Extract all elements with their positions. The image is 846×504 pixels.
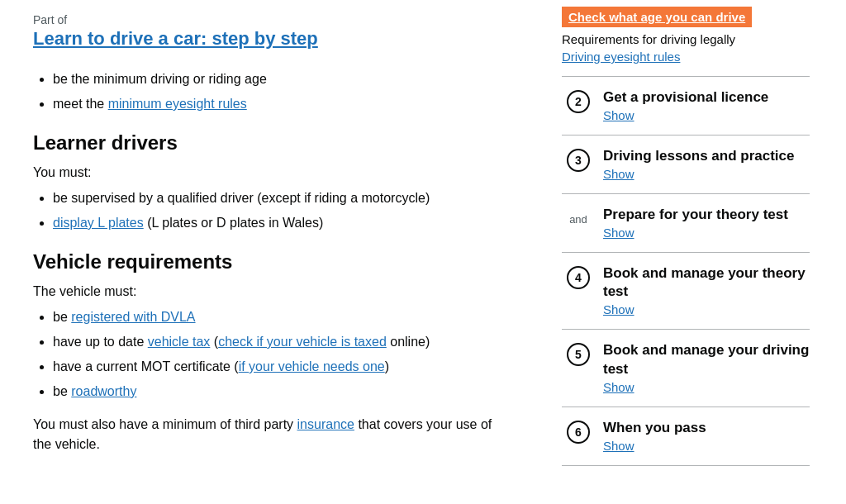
- list-item: be roadworthy: [53, 382, 512, 402]
- vehicle-tax-link[interactable]: vehicle tax: [148, 335, 211, 349]
- step-number-col-2: 2: [562, 88, 595, 113]
- step-item-5: 5 Book and manage your driving test Show: [562, 330, 810, 407]
- intro-bullet-list: be the minimum driving or riding age mee…: [33, 69, 512, 114]
- list-item: be supervised by a qualified driver (exc…: [53, 188, 512, 208]
- check-age-link[interactable]: Check what age you can drive: [562, 7, 752, 27]
- step-circle-4: 4: [567, 266, 590, 289]
- vehicle-requirements-heading: Vehicle requirements: [33, 250, 512, 274]
- list-item: be registered with DVLA: [53, 307, 512, 327]
- step-show-5[interactable]: Show: [603, 380, 634, 394]
- step-content-6: When you pass Show: [595, 419, 810, 454]
- step-item-4: 4 Book and manage your theory test Show: [562, 253, 810, 330]
- roadworthy-link[interactable]: roadworthy: [71, 384, 136, 398]
- step-title-and: Prepare for your theory test: [603, 206, 810, 224]
- step-title-2: Get a provisional licence: [603, 88, 810, 107]
- list-item: meet the minimum eyesight rules: [53, 94, 512, 114]
- driving-eyesight-link[interactable]: Driving eyesight rules: [562, 50, 680, 64]
- step-circle-2: 2: [567, 90, 590, 113]
- main-content: Part of Learn to drive a car: step by st…: [0, 0, 545, 504]
- part-of-label: Part of: [33, 13, 512, 26]
- step-content-and: Prepare for your theory test Show: [595, 206, 810, 240]
- step-circle-and: and: [569, 207, 587, 231]
- vehicle-req-intro: The vehicle must:: [33, 284, 512, 299]
- step-item-3: 3 Driving lessons and practice Show: [562, 136, 810, 194]
- bottom-note: You must also have a minimum of third pa…: [33, 415, 512, 454]
- step-number-col-6: 6: [562, 419, 595, 444]
- step-number-col-3: 3: [562, 147, 595, 172]
- step-content-3: Driving lessons and practice Show: [595, 147, 810, 182]
- step-show-6[interactable]: Show: [603, 439, 634, 453]
- list-item: be the minimum driving or riding age: [53, 69, 512, 89]
- step-content-2: Get a provisional licence Show: [595, 88, 810, 123]
- learner-drivers-heading: Learner drivers: [33, 131, 512, 155]
- step-item-6: 6 When you pass Show: [562, 407, 810, 466]
- step-content-5: Book and manage your driving test Show: [595, 341, 810, 394]
- you-must-text: You must:: [33, 165, 512, 180]
- list-item: display L plates (L plates or D plates i…: [53, 213, 512, 233]
- step-title-3: Driving lessons and practice: [603, 147, 810, 165]
- step-title-4: Book and manage your theory test: [603, 264, 810, 301]
- learner-bullet-list: be supervised by a qualified driver (exc…: [33, 188, 512, 233]
- check-vehicle-taxed-link[interactable]: check if your vehicle is taxed: [218, 335, 387, 349]
- step-number-col-5: 5: [562, 341, 595, 366]
- insurance-link[interactable]: insurance: [297, 417, 354, 431]
- sidebar: Check what age you can drive Requirement…: [545, 0, 826, 504]
- guide-title-link[interactable]: Learn to drive a car: step by step: [33, 28, 512, 50]
- step-circle-5: 5: [567, 343, 590, 366]
- step-circle-6: 6: [567, 421, 590, 444]
- step-show-3[interactable]: Show: [603, 167, 634, 181]
- list-item: have up to date vehicle tax (check if yo…: [53, 332, 512, 352]
- requirements-text: Requirements for driving legally: [562, 32, 810, 46]
- step-number-col-and: and: [562, 206, 595, 231]
- step-show-and[interactable]: Show: [603, 226, 634, 240]
- mot-needs-one-link[interactable]: if your vehicle needs one: [239, 359, 385, 373]
- step-number-col-4: 4: [562, 264, 595, 289]
- step-item-and: and Prepare for your theory test Show: [562, 194, 810, 253]
- vehicle-bullet-list: be registered with DVLA have up to date …: [33, 307, 512, 402]
- step-show-4[interactable]: Show: [603, 302, 634, 316]
- step-title-5: Book and manage your driving test: [603, 341, 810, 378]
- step-circle-3: 3: [567, 149, 590, 172]
- step-item-2: 2 Get a provisional licence Show: [562, 77, 810, 136]
- step-show-2[interactable]: Show: [603, 108, 634, 122]
- step-title-6: When you pass: [603, 419, 810, 437]
- registered-dvla-link[interactable]: registered with DVLA: [71, 310, 195, 324]
- list-item: have a current MOT certificate (if your …: [53, 357, 512, 377]
- step-content-4: Book and manage your theory test Show: [595, 264, 810, 317]
- eyesight-rules-link[interactable]: minimum eyesight rules: [108, 97, 247, 111]
- sidebar-top-item: Check what age you can drive Requirement…: [562, 7, 810, 77]
- l-plates-link[interactable]: display L plates: [53, 216, 144, 230]
